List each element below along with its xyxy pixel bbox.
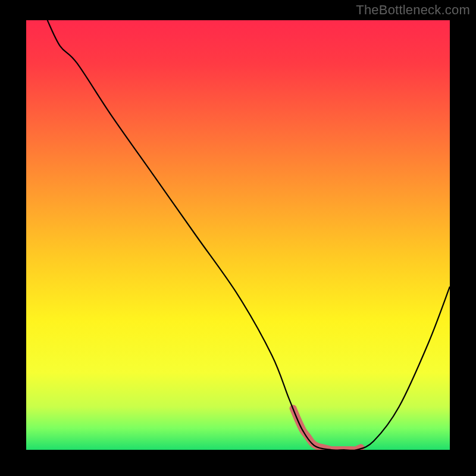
chart-frame: TheBottleneck.com bbox=[0, 0, 476, 476]
bottleneck-plot bbox=[26, 20, 450, 450]
gradient-background bbox=[26, 20, 450, 450]
watermark-text: TheBottleneck.com bbox=[356, 2, 470, 18]
plot-area bbox=[26, 20, 450, 450]
